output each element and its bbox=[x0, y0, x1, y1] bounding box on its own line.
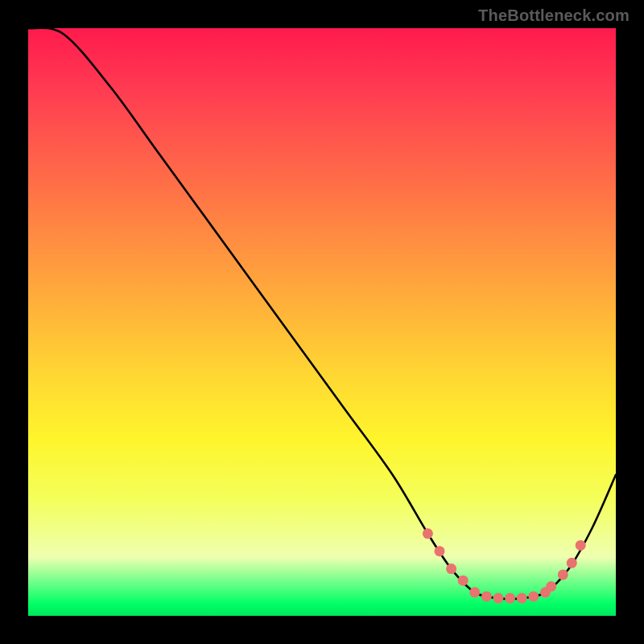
highlight-dot bbox=[517, 593, 527, 604]
highlight-dot bbox=[493, 593, 504, 604]
highlight-dot bbox=[481, 591, 492, 601]
highlight-dot bbox=[567, 558, 577, 568]
highlight-dot bbox=[576, 540, 586, 551]
highlight-dot bbox=[423, 528, 433, 539]
highlight-dot bbox=[435, 546, 445, 556]
highlight-dot bbox=[558, 569, 568, 580]
bottleneck-curve-line bbox=[28, 28, 616, 599]
chart-container: TheBottleneck.com bbox=[0, 0, 644, 644]
highlight-dot bbox=[458, 576, 469, 586]
plot-area bbox=[28, 28, 616, 616]
curve-svg bbox=[28, 28, 616, 616]
highlight-dot bbox=[446, 564, 456, 574]
highlight-dot bbox=[505, 593, 515, 604]
highlight-dots-group bbox=[423, 528, 586, 603]
highlight-dot bbox=[546, 581, 556, 592]
highlight-dot bbox=[528, 591, 539, 601]
highlight-dot bbox=[469, 587, 480, 597]
watermark-label: TheBottleneck.com bbox=[478, 6, 630, 25]
